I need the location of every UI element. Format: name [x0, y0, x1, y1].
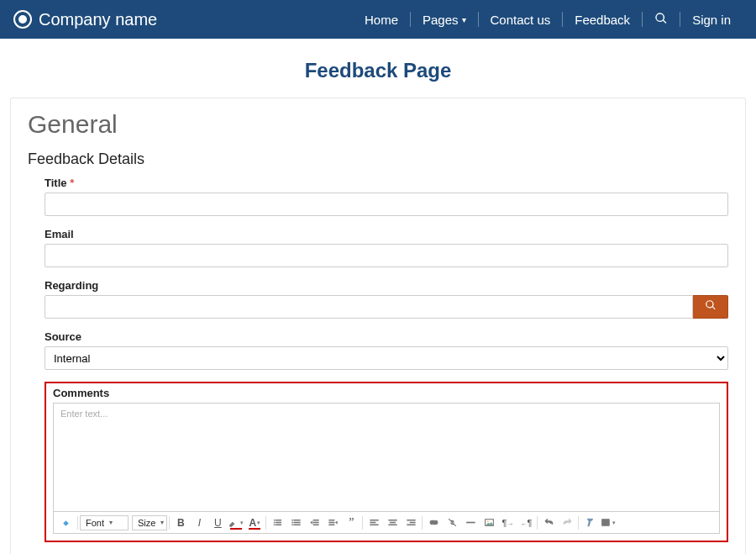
underline-button[interactable]: U — [208, 514, 227, 531]
nav-contact[interactable]: Contact us — [479, 13, 563, 27]
bold-button[interactable]: B — [171, 514, 190, 531]
section-heading: General — [28, 110, 728, 139]
title-label: Title * — [45, 177, 728, 189]
outdent-button[interactable] — [305, 514, 323, 531]
format-painter-button[interactable] — [57, 514, 76, 531]
brand-name: Company name — [39, 10, 157, 29]
nav-home-label: Home — [365, 13, 398, 27]
field-title: Title * — [28, 177, 728, 216]
brand-icon — [13, 10, 32, 29]
nav-pages-label: Pages — [423, 13, 459, 27]
toolbar-separator — [77, 516, 78, 530]
navbar: Company name Home Pages ▾ Contact us Fee… — [0, 0, 756, 39]
clear-format-button[interactable] — [580, 514, 599, 531]
chevron-down-icon: ▾ — [462, 15, 466, 24]
rich-text-editor: Enter text... Font▾ Size▾ B I U ▾ A▾ ” — [53, 403, 720, 534]
unlink-button[interactable] — [443, 514, 461, 531]
nav-pages[interactable]: Pages ▾ — [411, 13, 478, 27]
svg-rect-0 — [467, 522, 475, 523]
font-combo-label: Font — [86, 518, 104, 528]
toolbar-separator — [578, 516, 579, 530]
nav-search[interactable] — [643, 12, 680, 28]
title-input[interactable] — [45, 193, 728, 216]
toolbar-separator — [169, 516, 170, 530]
source-label: Source — [45, 330, 728, 343]
field-email: Email — [28, 228, 728, 267]
rte-toolbar: Font▾ Size▾ B I U ▾ A▾ ” — [54, 511, 719, 533]
page-title: Feedback Page — [0, 59, 756, 82]
email-label: Email — [45, 228, 728, 240]
toolbar-separator — [362, 516, 363, 530]
rtl-button[interactable]: ←¶ — [517, 514, 535, 531]
italic-button[interactable]: I — [190, 514, 208, 531]
highlight-button[interactable]: ▾ — [227, 514, 245, 531]
nav-feedback-label: Feedback — [575, 13, 630, 27]
blockquote-button[interactable]: ” — [342, 514, 360, 531]
content-panel: General Feedback Details Title * Email R… — [10, 98, 746, 554]
font-color-button[interactable]: A▾ — [245, 514, 264, 531]
title-label-text: Title — [45, 177, 67, 189]
image-button[interactable] — [480, 514, 498, 531]
hr-button[interactable] — [461, 514, 480, 531]
toolbar-separator — [265, 516, 266, 530]
source-select[interactable]: Internal — [45, 346, 728, 370]
field-source: Source Internal — [28, 330, 728, 370]
nav-contact-label: Contact us — [491, 13, 551, 27]
link-button[interactable] — [424, 514, 443, 531]
required-indicator: * — [70, 177, 74, 189]
font-combo[interactable]: Font▾ — [80, 515, 129, 530]
subsection-heading: Feedback Details — [28, 150, 728, 168]
redo-button[interactable] — [558, 514, 576, 531]
regarding-lookup-button[interactable] — [693, 295, 728, 319]
numbered-list-button[interactable] — [286, 514, 305, 531]
size-combo[interactable]: Size▾ — [132, 515, 167, 530]
search-icon — [705, 299, 717, 314]
align-right-button[interactable] — [402, 514, 420, 531]
search-icon — [654, 12, 668, 28]
nav-home[interactable]: Home — [353, 13, 410, 27]
svg-point-2 — [487, 521, 489, 523]
comments-highlight: Comments Enter text... Font▾ Size▾ B I U… — [45, 382, 728, 542]
size-combo-label: Size — [138, 518, 155, 528]
undo-button[interactable] — [539, 514, 558, 531]
brand[interactable]: Company name — [13, 10, 157, 29]
align-center-button[interactable] — [383, 514, 402, 531]
field-regarding: Regarding — [28, 279, 728, 319]
table-button[interactable]: ▾ — [599, 514, 617, 531]
toolbar-separator — [537, 516, 538, 530]
comments-label: Comments — [53, 387, 720, 399]
ltr-button[interactable]: ¶→ — [498, 514, 517, 531]
nav-signin-label: Sign in — [692, 13, 731, 27]
regarding-input[interactable] — [45, 295, 693, 319]
regarding-label: Regarding — [45, 279, 728, 292]
chevron-down-icon: ▾ — [160, 519, 164, 526]
chevron-down-icon: ▾ — [109, 519, 113, 526]
regarding-input-group — [45, 295, 728, 319]
bullet-list-button[interactable] — [268, 514, 286, 531]
nav-right: Home Pages ▾ Contact us Feedback Sign in — [353, 12, 743, 28]
toolbar-separator — [422, 516, 423, 530]
svg-rect-3 — [602, 520, 610, 526]
indent-button[interactable] — [323, 514, 342, 531]
nav-signin[interactable]: Sign in — [680, 13, 743, 27]
align-left-button[interactable] — [365, 514, 383, 531]
email-input[interactable] — [45, 244, 728, 267]
comments-editor[interactable]: Enter text... — [54, 404, 719, 511]
nav-feedback[interactable]: Feedback — [563, 13, 642, 27]
